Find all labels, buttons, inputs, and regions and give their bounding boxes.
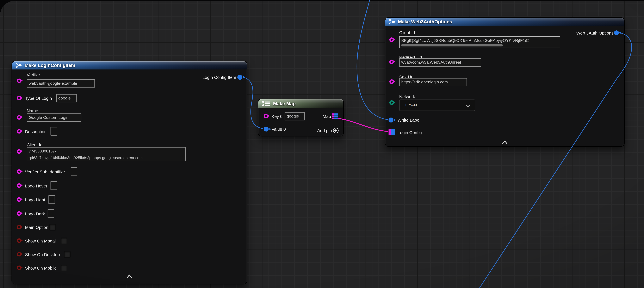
pin-label-map: Map — [322, 113, 331, 119]
blueprint-graph: Make LoginConfigItem Verifier web3auth-g… — [0, 0, 644, 288]
node-make-loginconfigitem[interactable]: Make LoginConfigItem Verifier web3auth-g… — [12, 61, 247, 284]
node-header-make-web3authoptions[interactable]: Make Web3AuthOptions — [385, 18, 624, 26]
sdk-url-input[interactable]: https://sdk.openlogin.com — [399, 78, 467, 86]
pin-logo-dark[interactable] — [17, 211, 21, 216]
pin-redirect-url[interactable] — [390, 60, 394, 64]
network-selected-value: CYAN — [405, 103, 417, 107]
pin-show-on-desktop[interactable] — [17, 252, 21, 256]
pin-label-verifier: Verifier — [27, 72, 40, 78]
pin-label-show-on-desktop: Show On Desktop — [25, 251, 60, 257]
show-on-modal-checkbox[interactable] — [61, 237, 68, 244]
client-id-scrollbar[interactable] — [401, 44, 503, 47]
pin-main-option[interactable] — [17, 225, 21, 229]
pin-label-show-on-modal: Show On Modal — [25, 238, 56, 244]
verifier-input[interactable]: web3auth-google-example — [27, 79, 95, 88]
chevron-down-icon — [466, 104, 470, 107]
pin-login-config[interactable] — [388, 129, 395, 135]
key-0-input[interactable]: google — [284, 112, 305, 120]
pin-verifier[interactable] — [17, 78, 21, 83]
pin-label-logo-light: Logo Light — [25, 197, 45, 202]
pin-label-white-label: White Label — [398, 117, 420, 123]
node-header-make-loginconfigitem[interactable]: Make LoginConfigItem — [12, 61, 247, 69]
pin-sdk-url[interactable] — [390, 79, 394, 84]
pin-network[interactable] — [390, 100, 394, 105]
node-make-map[interactable]: Make Map Key 0 google Map Value 0 Add pi… — [258, 99, 344, 136]
pin-label-client-id: Client Id — [27, 142, 42, 148]
pin-logo-light[interactable] — [17, 197, 21, 202]
pin-type-of-login[interactable] — [17, 96, 21, 100]
node-title: Make Map — [273, 101, 296, 106]
pin-label-network: Network — [399, 94, 415, 99]
pin-label-main-option: Main Option — [25, 224, 48, 230]
pin-logo-hover[interactable] — [17, 183, 21, 188]
redirect-url-input[interactable]: w3a://com.w3a.Web3AuthUnreal — [399, 58, 482, 67]
pin-login-config-item-output[interactable] — [237, 75, 242, 80]
client-id-value: BEglQSgt4cUWcj6SKRdu5QkOXTsePmMcusG5EAoy… — [401, 38, 529, 43]
pin-verifier-sub-identifier[interactable] — [17, 169, 21, 174]
add-pin-icon[interactable] — [333, 127, 339, 134]
pin-label-name: Name — [27, 108, 38, 113]
pin-client-id[interactable] — [17, 149, 21, 154]
client-id-line2: q463s7kpvja16l4l0kko3nb925ikds2p.apps.go… — [29, 155, 184, 161]
pin-label-logo-hover: Logo Hover — [25, 183, 47, 189]
pin-name[interactable] — [17, 115, 21, 120]
pin-label-client-id: Client Id — [399, 30, 415, 35]
pin-description[interactable] — [17, 129, 21, 134]
collapse-node-chevron-icon[interactable] — [126, 274, 132, 278]
pin-client-id[interactable] — [390, 38, 394, 42]
client-id-input[interactable]: 774338308167- q463s7kpvja16l4l0kko3nb925… — [27, 147, 186, 161]
show-on-mobile-checkbox[interactable] — [61, 265, 68, 271]
make-struct-icon — [15, 63, 22, 68]
show-on-desktop-checkbox[interactable] — [64, 251, 71, 258]
node-header-make-map[interactable]: Make Map — [258, 99, 343, 108]
description-input[interactable] — [50, 127, 57, 136]
logo-hover-input[interactable] — [50, 181, 57, 190]
network-dropdown[interactable]: CYAN — [399, 100, 475, 111]
pin-label-description: Description — [25, 129, 47, 134]
pin-label-logo-dark: Logo Dark — [25, 211, 45, 217]
main-option-checkbox[interactable] — [49, 224, 56, 231]
node-title: Make LoginConfigItem — [25, 63, 75, 68]
name-input[interactable]: Google Custom Login — [27, 113, 82, 122]
pin-label-key-0: Key 0 — [272, 113, 282, 119]
verifier-sub-identifier-input[interactable] — [71, 167, 77, 176]
make-struct-icon — [388, 19, 396, 25]
pin-web3auth-options-output[interactable] — [614, 31, 619, 36]
collapse-node-chevron-icon[interactable] — [502, 141, 508, 144]
make-map-icon — [262, 101, 271, 106]
logo-light-input[interactable] — [48, 195, 55, 204]
add-pin-label[interactable]: Add pin — [317, 127, 332, 133]
pin-show-on-modal[interactable] — [17, 238, 21, 243]
pin-key-0[interactable] — [264, 114, 268, 118]
node-make-web3authoptions[interactable]: Make Web3AuthOptions Client Id BEglQSgt4… — [385, 17, 625, 147]
pin-label-web3auth-options: Web 3Auth Options — [576, 30, 614, 36]
pin-value-0[interactable] — [264, 127, 269, 132]
pin-label-login-config: Login Config — [398, 130, 422, 135]
pin-label-verifier-sub-identifier: Verifier Sub Identifier — [25, 169, 65, 175]
pin-label-login-config-item: Login Config Item — [202, 74, 236, 80]
node-title: Make Web3AuthOptions — [398, 19, 452, 24]
pin-show-on-mobile[interactable] — [17, 265, 21, 270]
type-of-login-input[interactable]: google — [56, 94, 77, 102]
pin-map-output[interactable] — [332, 113, 338, 119]
pin-label-type-of-login: Type Of Login — [25, 95, 52, 101]
client-id-line1: 774338308167- — [29, 148, 184, 155]
pin-label-value-0: Value 0 — [272, 126, 286, 132]
client-id-input[interactable]: BEglQSgt4cUWcj6SKRdu5QkOXTsePmMcusG5EAoy… — [399, 36, 560, 48]
pin-label-show-on-mobile: Show On Mobile — [25, 265, 56, 271]
logo-dark-input[interactable] — [48, 209, 54, 218]
pin-white-label[interactable] — [388, 118, 394, 123]
